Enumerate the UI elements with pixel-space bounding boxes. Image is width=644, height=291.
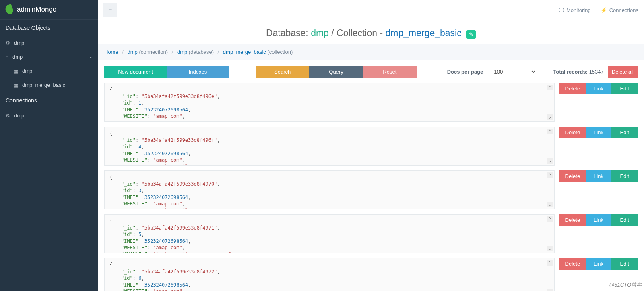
sidebar-item-label: dmp [22, 68, 32, 74]
document-actions: DeleteLinkEdit [559, 170, 638, 182]
sidebar-item-database-dmp[interactable]: ≡ dmp ⌄ [0, 50, 98, 64]
sidebar-section-database-objects: Database Objects [0, 19, 98, 36]
docs-per-page-select[interactable]: 100 [489, 66, 537, 78]
indexes-button[interactable]: Indexes [167, 66, 229, 78]
sidebar-item-label: dmp_merge_basic [22, 82, 65, 88]
sidebar-section-connections: Connections [0, 92, 98, 109]
monitoring-label: Monitoring [566, 7, 591, 13]
document-row: { "_id": "5ba34afa42f599e33d8f496e", "id… [104, 83, 638, 122]
brand-text: adminMongo [17, 6, 56, 14]
breadcrumb-sep: / [169, 49, 176, 55]
document-actions: DeleteLinkEdit [559, 258, 638, 270]
scroll-up-icon[interactable]: ⌃ [547, 172, 553, 178]
scroll-up-icon[interactable]: ⌃ [547, 260, 553, 266]
document-row: { "_id": "5ba34afa42f599e33d8f4971", "id… [104, 214, 638, 253]
link-button[interactable]: Link [586, 83, 612, 94]
document-json[interactable]: { "_id": "5ba34afa42f599e33d8f496f", "id… [104, 127, 555, 166]
sidebar-item-conn-dmp[interactable]: ⚙ dmp [0, 109, 98, 123]
document-actions: DeleteLinkEdit [559, 83, 638, 94]
document-row: { "_id": "5ba34afa42f599e33d8f4972", "id… [104, 258, 638, 291]
docs-per-page-label: Docs per page [447, 69, 483, 75]
sidebar-item-label: dmp [12, 54, 23, 60]
scroll-down-icon[interactable]: ⌄ [547, 289, 553, 291]
breadcrumb-sep: / [120, 49, 126, 55]
breadcrumb-conn-suffix: (connection) [139, 49, 168, 55]
table-icon: ▦ [14, 68, 18, 74]
mongo-leaf-icon [4, 4, 14, 16]
sidebar-item-label: dmp [14, 113, 24, 119]
delete-button[interactable]: Delete [559, 83, 586, 94]
delete-button[interactable]: Delete [559, 127, 586, 138]
scroll-down-icon[interactable]: ⌄ [547, 246, 553, 251]
control-bar: New document Indexes Search Query Reset … [104, 66, 638, 78]
link-button[interactable]: Link [586, 170, 612, 182]
plug-icon: ⚡ [601, 7, 607, 13]
connections-link[interactable]: ⚡ Connections [601, 7, 638, 13]
title-prefix: Database: [266, 28, 311, 38]
main: ≡ 🖵 Monitoring ⚡ Connections Database: d… [98, 0, 644, 291]
scroll-up-icon[interactable]: ⌃ [547, 216, 553, 222]
breadcrumb-collection[interactable]: dmp_merge_basic [223, 49, 266, 55]
scroll-down-icon[interactable]: ⌄ [547, 158, 553, 164]
document-json[interactable]: { "_id": "5ba34afa42f599e33d8f4972", "id… [104, 258, 555, 291]
scroll-up-icon[interactable]: ⌃ [547, 129, 553, 134]
reset-button[interactable]: Reset [363, 66, 417, 78]
table-icon: ▦ [14, 82, 18, 88]
watermark: @51CTO博客 [609, 281, 642, 289]
topbar: ≡ 🖵 Monitoring ⚡ Connections [98, 0, 644, 20]
total-records: Total records: 15347 [553, 69, 604, 75]
query-button[interactable]: Query [309, 66, 363, 78]
edit-collection-button[interactable]: ✎ [466, 30, 476, 39]
document-row: { "_id": "5ba34afa42f599e33d8f496f", "id… [104, 127, 638, 166]
sidebar: adminMongo Database Objects ⚙ dmp ≡ dmp … [0, 0, 98, 291]
title-collection: dmp_merge_basic [386, 28, 462, 38]
edit-button[interactable]: Edit [611, 170, 638, 182]
breadcrumb: Home / dmp (connection) / dmp (database)… [98, 44, 644, 60]
document-json[interactable]: { "_id": "5ba34afa42f599e33d8f4971", "id… [104, 214, 555, 253]
breadcrumb-database[interactable]: dmp [177, 49, 187, 55]
monitor-icon: 🖵 [559, 7, 564, 13]
document-actions: DeleteLinkEdit [559, 214, 638, 226]
link-button[interactable]: Link [586, 258, 612, 270]
edit-button[interactable]: Edit [611, 127, 638, 138]
sidebar-item-collection-dmp-merge-basic[interactable]: ▦ dmp_merge_basic [0, 78, 98, 92]
edit-button[interactable]: Edit [611, 214, 638, 226]
delete-all-button[interactable]: Delete all [608, 66, 638, 78]
breadcrumb-sep: / [215, 49, 222, 55]
sidebar-item-connection-dmp[interactable]: ⚙ dmp [0, 36, 98, 50]
monitoring-link[interactable]: 🖵 Monitoring [559, 7, 591, 13]
breadcrumb-connection[interactable]: dmp [128, 49, 138, 55]
plug-icon: ⚙ [6, 113, 10, 119]
document-row: { "_id": "5ba34afa42f599e33d8f4970", "id… [104, 170, 638, 209]
delete-button[interactable]: Delete [559, 258, 586, 270]
scroll-down-icon[interactable]: ⌄ [547, 202, 553, 207]
page-title: Database: dmp / Collection - dmp_merge_b… [98, 20, 644, 44]
document-json[interactable]: { "_id": "5ba34afa42f599e33d8f4970", "id… [104, 170, 555, 209]
connections-label: Connections [609, 7, 638, 13]
total-value: 15347 [589, 69, 604, 75]
title-database: dmp [311, 28, 329, 38]
scroll-down-icon[interactable]: ⌄ [547, 114, 553, 120]
scroll-up-icon[interactable]: ⌃ [547, 85, 553, 90]
breadcrumb-db-suffix: (database) [189, 49, 214, 55]
delete-button[interactable]: Delete [559, 170, 586, 182]
breadcrumb-home[interactable]: Home [104, 49, 118, 55]
edit-button[interactable]: Edit [611, 258, 638, 270]
edit-button[interactable]: Edit [611, 83, 638, 94]
sidebar-item-collection-dmp[interactable]: ▦ dmp [0, 64, 98, 78]
link-button[interactable]: Link [586, 127, 612, 138]
hamburger-button[interactable]: ≡ [103, 3, 117, 17]
delete-button[interactable]: Delete [559, 214, 586, 226]
database-icon: ≡ [6, 54, 8, 60]
document-json[interactable]: { "_id": "5ba34afa42f599e33d8f496e", "id… [104, 83, 555, 122]
content: New document Indexes Search Query Reset … [98, 60, 644, 291]
sidebar-item-label: dmp [14, 40, 24, 46]
chevron-down-icon: ⌄ [89, 55, 92, 59]
plug-icon: ⚙ [6, 40, 10, 46]
link-button[interactable]: Link [586, 214, 612, 226]
breadcrumb-coll-suffix: (collection) [267, 49, 293, 55]
brand: adminMongo [0, 0, 98, 19]
search-button[interactable]: Search [256, 66, 309, 78]
new-document-button[interactable]: New document [104, 66, 167, 78]
document-actions: DeleteLinkEdit [559, 127, 638, 138]
